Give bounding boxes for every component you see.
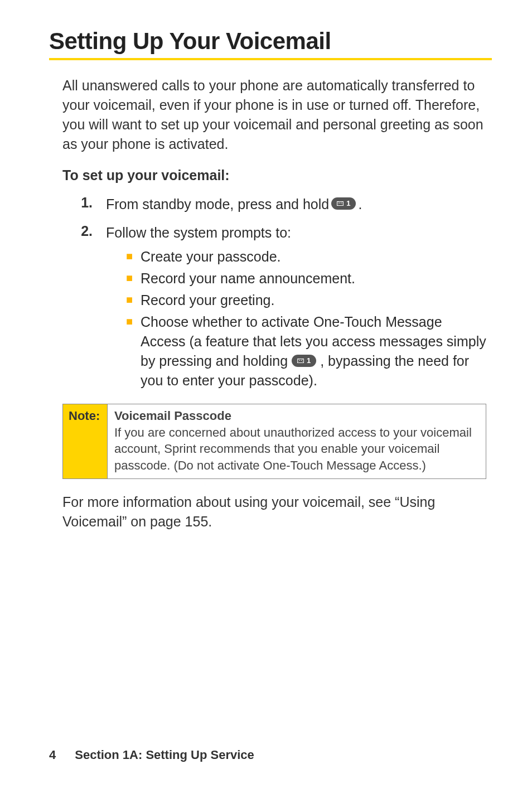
step-2-bullets: ■ Create your passcode. ■ Record your na… [126,247,486,390]
envelope-icon [337,201,344,206]
bullet-icon: ■ [126,269,134,288]
envelope-icon [297,359,304,363]
step-1-body: From standby mode, press and hold 1 . [106,195,486,214]
voicemail-key-icon: 1 [331,197,356,210]
note-body: If you are concerned about unauthorized … [114,425,472,472]
page-footer: 4 Section 1A: Setting Up Service [49,748,254,762]
list-item: ■ Create your passcode. [126,247,486,267]
bullet-icon: ■ [126,291,134,310]
note-content: Voicemail Passcode If you are concerned … [108,404,486,478]
title-underline [49,58,492,60]
step-1: 1. From standby mode, press and hold 1 . [77,195,486,214]
page-title: Setting Up Your Voicemail [49,28,492,55]
section-label: Section 1A: Setting Up Service [75,748,254,762]
note-label: Note: [63,404,108,478]
step-2-body: Follow the system prompts to: ■ Create y… [106,223,486,393]
bullet-3-text: Record your greeting. [141,291,486,310]
list-item: ■ Choose whether to activate One-Touch M… [126,312,486,390]
bullet-icon: ■ [126,312,134,390]
step-1-number: 1. [77,195,93,214]
bullet-4-body: Choose whether to activate One-Touch Mes… [141,312,486,390]
voicemail-key-icon: 1 [292,355,316,367]
list-item: ■ Record your name announcement. [126,269,486,288]
page-number: 4 [49,748,56,762]
bullet-2-text: Record your name announcement. [141,269,486,288]
list-item: ■ Record your greeting. [126,291,486,310]
key-digit: 1 [307,355,311,367]
key-digit: 1 [346,197,350,210]
step-1-text-b: . [358,195,362,214]
bullet-icon: ■ [126,247,134,267]
step-2: 2. Follow the system prompts to: ■ Creat… [77,223,486,393]
subhead: To set up your voicemail: [62,167,492,183]
step-2-number: 2. [77,223,93,393]
steps-list: 1. From standby mode, press and hold 1 .… [77,195,486,393]
outro-paragraph: For more information about using your vo… [62,492,486,531]
step-2-text: Follow the system prompts to: [106,225,291,240]
note-box: Note: Voicemail Passcode If you are conc… [62,404,486,479]
intro-paragraph: All unanswered calls to your phone are a… [62,76,486,154]
bullet-1-text: Create your passcode. [141,247,486,267]
step-1-text-a: From standby mode, press and hold [106,195,329,214]
note-title: Voicemail Passcode [114,409,231,423]
